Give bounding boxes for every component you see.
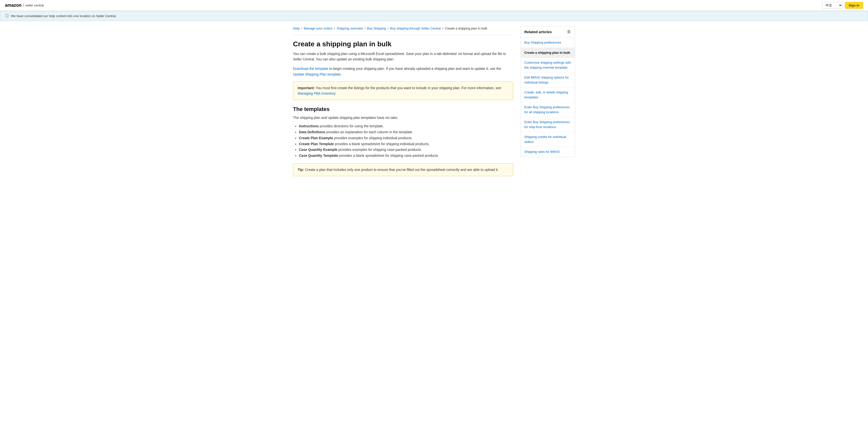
update-template-link[interactable]: Update Shipping Plan template: [293, 72, 341, 76]
breadcrumb-buy-shipping-seller-central[interactable]: Buy shipping through Seller Central: [390, 27, 441, 30]
info-banner-text: We have consolidated our help content in…: [11, 14, 117, 18]
important-box: Important: You must first create the lis…: [293, 82, 513, 100]
intro-text: You can create a bulk shipping plan usin…: [293, 52, 506, 61]
amazon-logo: amazon /: [5, 3, 24, 8]
page-title: Create a shipping plan in bulk: [293, 40, 513, 48]
related-article-link-6[interactable]: Enter Buy Shipping preferences for ship-…: [524, 120, 571, 129]
related-article-3[interactable]: Edit BMVD shipping options for individua…: [521, 73, 575, 87]
bullet-text-4: provides examples for shipping case-pack…: [339, 148, 422, 152]
bullet-bold-2: Create Plan Example: [299, 136, 333, 140]
related-article-6[interactable]: Enter Buy Shipping preferences for ship-…: [521, 117, 575, 132]
related-article-4[interactable]: Create, edit, or delete shipping templat…: [521, 87, 575, 102]
seller-central-label: seller central: [26, 3, 44, 7]
bullet-text-2: provides examples for shipping individua…: [334, 136, 412, 140]
related-article-link-8[interactable]: Shipping rates for BMVD: [524, 149, 571, 154]
header-right: 中文 English Sign in: [823, 2, 863, 9]
related-article-5[interactable]: Enter Buy Shipping preferences for all s…: [521, 102, 575, 117]
related-article-link-7[interactable]: Shipping credits for individual sellers: [524, 135, 571, 144]
breadcrumb-sep-5: /: [442, 27, 444, 30]
bullet-text-1: provides an explanation for each column …: [326, 130, 413, 134]
important-label: Important:: [298, 86, 315, 90]
list-item: Case Quantity Template provides a blank …: [299, 153, 513, 159]
templates-list: Instructions provides directions for usi…: [293, 123, 513, 159]
language-selector[interactable]: 中文 English: [823, 2, 842, 9]
download-after-text: to begin creating your shipping plan. If…: [328, 67, 501, 70]
intro-paragraph: You can create a bulk shipping plan usin…: [293, 51, 513, 62]
templates-heading: The templates: [293, 106, 513, 112]
list-item: Instructions provides directions for usi…: [299, 123, 513, 129]
related-article-7[interactable]: Shipping credits for individual sellers: [521, 132, 575, 147]
bullet-text-0: provides directions for using the templa…: [320, 124, 384, 128]
bullet-text-3: provides a blank spreadsheet for shippin…: [335, 142, 430, 146]
list-item: Case Quantity Example provides examples …: [299, 147, 513, 153]
amazon-smile: /: [23, 3, 24, 8]
related-article-link-3[interactable]: Edit BMVD shipping options for individua…: [524, 75, 571, 85]
related-article-1: Create a shipping plan in bulk: [521, 48, 575, 58]
main-container: Help / Manage your orders / Shipping ove…: [285, 21, 583, 185]
related-article-link-5[interactable]: Enter Buy Shipping preferences for all s…: [524, 105, 571, 114]
download-paragraph: Download the template to begin creating …: [293, 66, 513, 77]
update-after-text: .: [341, 72, 342, 76]
breadcrumb-current: Create a shipping plan in bulk: [445, 27, 487, 30]
sidebar: Related articles 🗎 Buy Shipping preferen…: [521, 26, 575, 180]
bullet-bold-0: Instructions: [299, 124, 319, 128]
logo-area: amazon / seller central: [5, 3, 44, 8]
content-area: Help / Manage your orders / Shipping ove…: [293, 26, 513, 180]
breadcrumb-sep-2: /: [334, 27, 336, 30]
templates-intro: The shipping plan and update shipping pl…: [293, 115, 513, 120]
document-icon: 🗎: [567, 29, 571, 34]
bullet-text-5: provides a blank spreadsheet for shippin…: [339, 153, 439, 157]
tip-label: Tip:: [298, 168, 304, 172]
related-article-link-2[interactable]: Customize shipping settings with the shi…: [524, 60, 571, 70]
breadcrumb-shipping-overview[interactable]: Shipping overview: [337, 27, 363, 30]
download-template-link[interactable]: Download the template: [293, 67, 328, 70]
related-articles-header: Related articles 🗎: [521, 26, 575, 38]
related-article-2[interactable]: Customize shipping settings with the shi…: [521, 58, 575, 73]
bullet-bold-3: Create Plan Template: [299, 142, 334, 146]
breadcrumb: Help / Manage your orders / Shipping ove…: [293, 26, 513, 31]
managing-fba-link[interactable]: Managing FBA Inventory.: [298, 91, 336, 95]
list-item: Create Plan Template provides a blank sp…: [299, 141, 513, 147]
related-articles-title: Related articles: [524, 30, 552, 34]
related-article-0[interactable]: Buy Shipping preferences: [521, 38, 575, 48]
related-article-link-0[interactable]: Buy Shipping preferences: [524, 40, 571, 45]
important-text: You must first create the listings for t…: [316, 86, 501, 90]
sign-in-button[interactable]: Sign in: [845, 2, 863, 9]
info-icon: ⓘ: [5, 13, 9, 18]
breadcrumb-buy-shipping[interactable]: Buy Shipping: [367, 27, 386, 30]
bullet-bold-4: Case Quantity Example: [299, 148, 338, 152]
tip-box: Tip: Create a plan that includes only on…: [293, 163, 513, 176]
related-article-8[interactable]: Shipping rates for BMVD: [521, 147, 575, 157]
list-item: Data Definitions provides an explanation…: [299, 129, 513, 135]
bullet-bold-5: Case Quantity Template: [299, 153, 338, 157]
header: amazon / seller central 中文 English Sign …: [0, 0, 868, 11]
breadcrumb-sep-3: /: [365, 27, 366, 30]
breadcrumb-help[interactable]: Help: [293, 27, 300, 30]
amazon-text: amazon: [5, 3, 22, 8]
info-banner: ⓘ We have consolidated our help content …: [0, 11, 868, 21]
breadcrumb-manage-orders[interactable]: Manage your orders: [304, 27, 333, 30]
list-item: Create Plan Example provides examples fo…: [299, 135, 513, 141]
bullet-bold-1: Data Definitions: [299, 130, 326, 134]
related-article-link-4[interactable]: Create, edit, or delete shipping templat…: [524, 90, 571, 99]
tip-text: Create a plan that includes only one pro…: [305, 168, 499, 172]
related-articles-box: Related articles 🗎 Buy Shipping preferen…: [521, 26, 575, 157]
breadcrumb-sep-1: /: [301, 27, 303, 30]
related-article-link-1: Create a shipping plan in bulk: [524, 50, 571, 55]
breadcrumb-sep-4: /: [388, 27, 389, 30]
